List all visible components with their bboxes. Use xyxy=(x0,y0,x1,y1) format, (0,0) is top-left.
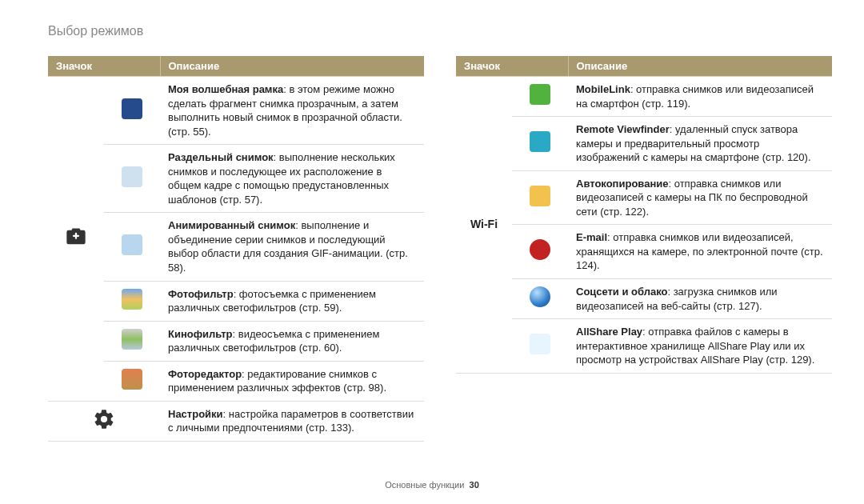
mode-desc: Автокопирование: отправка снимков или ви… xyxy=(568,170,832,225)
table-row: AllShare Play: отправка файлов с камеры … xyxy=(456,319,832,374)
settings-icon-cell xyxy=(48,401,160,441)
allshare-play-icon xyxy=(530,334,550,354)
mode-desc: Кинофильтр: видеосъемка с применением ра… xyxy=(160,321,424,361)
wifi-category-label: Wi-Fi xyxy=(456,77,512,374)
table-row: Кинофильтр: видеосъемка с применением ра… xyxy=(48,321,424,361)
page-footer: Основные функции 30 xyxy=(0,480,864,490)
settings-desc: Настройки: настройка параметров в соотве… xyxy=(160,401,424,441)
footer-page-number: 30 xyxy=(470,480,479,490)
col-header-icon: Значок xyxy=(48,56,160,77)
split-shot-icon xyxy=(122,166,142,187)
remote-viewfinder-icon xyxy=(530,131,550,152)
mode-icon xyxy=(104,213,160,281)
right-column: Значок Описание Wi-Fi MobileLink: отправ… xyxy=(456,56,832,442)
mobilelink-icon xyxy=(530,84,550,105)
mode-icon xyxy=(512,117,568,171)
mode-desc: Фоторедактор: редактирование снимков с п… xyxy=(160,361,424,401)
camera-plus-icon xyxy=(65,238,87,250)
left-table: Значок Описание Моя волшебная рамка: в э… xyxy=(48,56,424,442)
globe-icon xyxy=(530,286,550,307)
col-header-icon: Значок xyxy=(456,56,568,77)
table-row: Автокопирование: отправка снимков или ви… xyxy=(456,170,832,225)
table-row: Настройки: настройка параметров в соотве… xyxy=(48,401,424,441)
table-row: Соцсети и облако: загрузка снимков или в… xyxy=(456,279,832,319)
mode-icon xyxy=(104,321,160,361)
footer-section: Основные функции xyxy=(385,480,464,490)
left-column: Значок Описание Моя волшебная рамка: в э… xyxy=(48,56,424,442)
mode-desc: MobileLink: отправка снимков или видеоза… xyxy=(568,77,832,117)
table-row: Фотофильтр: фотосъемка с применением раз… xyxy=(48,281,424,321)
col-header-desc: Описание xyxy=(160,56,424,77)
movie-filter-icon xyxy=(122,329,142,350)
mode-desc: Анимированный снимок: выполнение и объед… xyxy=(160,213,424,281)
col-header-desc: Описание xyxy=(568,56,832,77)
table-row: Моя волшебная рамка: в этом режиме можно… xyxy=(48,77,424,145)
mode-icon xyxy=(512,170,568,225)
mode-icon xyxy=(512,225,568,279)
mode-icon xyxy=(104,145,160,213)
mode-desc: Фотофильтр: фотосъемка с применением раз… xyxy=(160,281,424,321)
table-row: Wi-Fi MobileLink: отправка снимков или в… xyxy=(456,77,832,117)
table-row: Раздельный снимок: выполнение нескольких… xyxy=(48,145,424,213)
gear-icon xyxy=(93,421,115,433)
mode-icon xyxy=(104,361,160,401)
mode-desc: Раздельный снимок: выполнение нескольких… xyxy=(160,145,424,213)
mode-icon xyxy=(104,77,160,145)
autocopy-icon xyxy=(530,186,550,206)
animated-shot-icon xyxy=(122,234,142,255)
category-icon-cell xyxy=(48,77,104,402)
mode-icon xyxy=(104,281,160,321)
mode-icon xyxy=(512,319,568,374)
table-row: E-mail: отправка снимков или видеозаписе… xyxy=(456,225,832,279)
table-row: Фоторедактор: редактирование снимков с п… xyxy=(48,361,424,401)
mode-desc: AllShare Play: отправка файлов с камеры … xyxy=(568,319,832,374)
mode-desc: Моя волшебная рамка: в этом режиме можно… xyxy=(160,77,424,145)
photo-filter-icon xyxy=(122,289,142,310)
mode-desc: Соцсети и облако: загрузка снимков или в… xyxy=(568,279,832,319)
table-row: Анимированный снимок: выполнение и объед… xyxy=(48,213,424,281)
photo-editor-icon xyxy=(122,369,142,390)
mode-desc: E-mail: отправка снимков или видеозаписе… xyxy=(568,225,832,279)
right-table: Значок Описание Wi-Fi MobileLink: отправ… xyxy=(456,56,832,374)
magic-frame-icon xyxy=(122,98,142,119)
mode-desc: Remote Viewfinder: удаленный спуск затво… xyxy=(568,117,832,171)
table-row: Remote Viewfinder: удаленный спуск затво… xyxy=(456,117,832,171)
page-title: Выбор режимов xyxy=(48,24,832,38)
mode-icon xyxy=(512,77,568,117)
content-columns: Значок Описание Моя волшебная рамка: в э… xyxy=(48,56,832,442)
mode-icon xyxy=(512,279,568,319)
email-icon xyxy=(530,239,550,260)
